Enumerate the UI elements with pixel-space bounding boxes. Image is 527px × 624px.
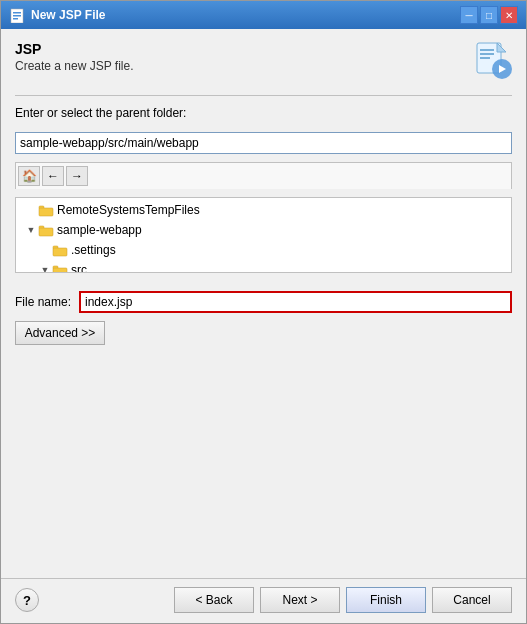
nav-buttons: < Back Next > Finish Cancel xyxy=(174,587,512,613)
file-name-section: File name: Advanced >> xyxy=(1,283,526,347)
window-controls: ─ □ ✕ xyxy=(460,6,518,24)
folder-icon-remote xyxy=(38,203,54,217)
spacer xyxy=(1,347,526,579)
finish-button[interactable]: Finish xyxy=(346,587,426,613)
close-button[interactable]: ✕ xyxy=(500,6,518,24)
folder-tree[interactable]: RemoteSystemsTempFiles▼sample-webapp.set… xyxy=(15,197,512,273)
back-nav-button[interactable]: < Back xyxy=(174,587,254,613)
svg-rect-6 xyxy=(480,53,494,55)
header-text: JSP Create a new JSP file. xyxy=(15,41,134,73)
svg-rect-18 xyxy=(53,268,67,273)
folder-input[interactable] xyxy=(15,132,512,154)
home-button[interactable]: 🏠 xyxy=(18,166,40,186)
bottom-buttons: ? < Back Next > Finish Cancel xyxy=(1,578,526,623)
tree-toggle-remote xyxy=(24,203,38,217)
tree-toggle-src: ▼ xyxy=(38,263,52,273)
cancel-button[interactable]: Cancel xyxy=(432,587,512,613)
folder-icon-settings xyxy=(52,243,68,257)
svg-rect-1 xyxy=(13,12,21,14)
minimize-button[interactable]: ─ xyxy=(460,6,478,24)
help-button[interactable]: ? xyxy=(15,588,39,612)
window-icon xyxy=(9,7,25,23)
svg-rect-14 xyxy=(39,228,53,236)
tree-item-remote[interactable]: RemoteSystemsTempFiles xyxy=(16,200,511,220)
tree-toolbar: 🏠 ← → xyxy=(15,162,512,189)
tree-toggle-settings xyxy=(38,243,52,257)
svg-rect-7 xyxy=(480,57,490,59)
svg-rect-12 xyxy=(39,208,53,216)
tree-toggle-sample-webapp: ▼ xyxy=(24,223,38,237)
folder-icon-src xyxy=(52,263,68,273)
tree-label-settings: .settings xyxy=(71,243,116,257)
header-separator xyxy=(15,95,512,96)
tree-label-src: src xyxy=(71,263,87,273)
header-section: JSP Create a new JSP file. xyxy=(15,41,512,81)
title-bar: New JSP File ─ □ ✕ xyxy=(1,1,526,29)
forward-button[interactable]: → xyxy=(66,166,88,186)
tree-item-src[interactable]: ▼src xyxy=(16,260,511,273)
advanced-button[interactable]: Advanced >> xyxy=(15,321,105,345)
file-name-input[interactable] xyxy=(79,291,512,313)
file-name-label: File name: xyxy=(15,295,71,309)
svg-rect-16 xyxy=(53,248,67,256)
maximize-button[interactable]: □ xyxy=(480,6,498,24)
folder-icon-sample-webapp xyxy=(38,223,54,237)
folder-label: Enter or select the parent folder: xyxy=(15,106,512,120)
dialog-content: JSP Create a new JSP file. Enter or sele… xyxy=(1,29,526,283)
new-jsp-file-dialog: New JSP File ─ □ ✕ JSP Create a new JSP … xyxy=(0,0,527,624)
tree-label-sample-webapp: sample-webapp xyxy=(57,223,142,237)
svg-rect-3 xyxy=(13,18,18,20)
tree-item-sample-webapp[interactable]: ▼sample-webapp xyxy=(16,220,511,240)
svg-rect-2 xyxy=(13,15,21,17)
next-button[interactable]: Next > xyxy=(260,587,340,613)
tree-item-settings[interactable]: .settings xyxy=(16,240,511,260)
wizard-title: JSP xyxy=(15,41,134,57)
svg-marker-8 xyxy=(497,43,506,52)
svg-rect-5 xyxy=(480,49,494,51)
back-button[interactable]: ← xyxy=(42,166,64,186)
wizard-subtitle: Create a new JSP file. xyxy=(15,59,134,73)
window-title: New JSP File xyxy=(31,8,454,22)
wizard-icon xyxy=(472,41,512,81)
tree-label-remote: RemoteSystemsTempFiles xyxy=(57,203,200,217)
